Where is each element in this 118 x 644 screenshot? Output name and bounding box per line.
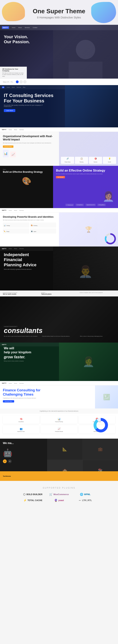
screen5-nav-item1: Home [9,210,12,211]
screen-finance-consulting: NAFTY Home About Services Finance Consul… [0,381,118,438]
screen-kingdom-grow: NAFTY We will help your kingdom grow fas… [0,342,118,381]
screen2-subtext: We provide high-quality consulting servi… [4,104,46,107]
screen-it-consulting: N Home About Services Blog IT Consulting… [0,85,118,128]
screen3-content: Organizational Development with Real-Wor… [0,132,118,166]
steps-label: Steps of R... Pro... [3,81,14,82]
screen4-stats-row: ✔ Advanced Competitive Appointment Kit C… [53,204,118,206]
screen6-right-panel: 👨‍💼 [53,246,118,296]
page-header: One Super Theme 8 Homepages With Distinc… [0,0,118,25]
screen5-service-3: ✏️ Design [3,228,29,234]
screen5-content: Developing Powerful Brands and Identitie… [0,212,118,246]
screen5-chart [105,233,116,244]
plugins-grid: ⬡ BOLD BUILDER 🛒 WooCommerce 🌐 WPML ⚡ TO… [21,493,97,502]
screen5-nav-item3: Services [19,210,24,211]
screen2-nav-items: Home About Services Blog [7,87,25,88]
total-cache-icon: ⚡ [23,499,27,502]
screen3-logo: NAFTY [2,129,6,130]
screen2-nav-item2: About [12,87,15,88]
screen2-nav-item4: Blog [23,87,25,88]
plugin-woocommerce: 🛒 WooCommerce [47,493,71,496]
screen1-nav-item3: Services [25,27,30,28]
plugin-bold-builder-label: BOLD BUILDER [26,493,42,496]
screen4-stat-2: Competitive [76,204,84,206]
screen1-hr-title: HR Solutions for Your Company [2,68,24,72]
screen10-yellow-text: Tachikoma [3,475,11,477]
theme-previews: NAFTY Home About Services Contact Your V… [0,25,118,481]
screen6-bottom-item-2: Small & ... Tailored plans [41,292,77,295]
screen10-yellow-bar: Tachikoma [0,471,118,481]
screen3-nav-item2: About [14,129,17,130]
screen4-illustration: 🎨 [3,176,50,186]
screen6-bottom-item-3: Future is brighter when you're more prep… [80,292,115,295]
screen9-nav-item2: About [14,383,17,384]
screen3-right-panel: 🔗 Project Setup 📋 Planning 🎯 Services 💡 … [59,132,118,166]
screen9-hero-sub: Capitalizing on the real-world experienc… [3,398,92,399]
screen3-icon-grid: 🔗 Project Setup 📋 Planning 🎯 Services 💡 … [61,157,116,164]
screen9-hero-left: Finance Consulting for Challenging Times… [0,386,95,408]
screen3-headline: Organizational Development with Real-Wor… [3,135,56,141]
screen4-right-headline: Build an Effective Online Strategy [56,169,115,172]
plugin-total-cache-label: TOTAL CACHE [28,499,42,502]
screen1-navbar: NAFTY Home About Services Contact [0,25,118,30]
woocommerce-icon: 🛒 [49,493,52,496]
screen4-stat-1: ✔ Advanced [65,204,74,206]
screen8-logo: NAFTY [2,344,6,345]
screen5-services-grid: 📊 Strategy 🎨 Branding ✏️ Design 💻 Digita… [3,222,56,234]
plugins-section: SUPPORTED PLUGINS ⬡ BOLD BUILDER 🛒 WooCo… [0,481,118,506]
plugin-ltr-rtl-label: LTR | RTL [82,499,92,502]
screen9-capitalizing-text: Capitalizing on the real-world experienc… [0,408,118,414]
screen3-icon-box-3: 🎯 Services [89,157,102,164]
plugin-wpml: 🌐 WPML [73,493,97,496]
screen9-feature-5: 📈 Productive Results [41,425,77,434]
screen9-logo: NAFTY [2,382,6,384]
plugin-yoast: 🔮 yoast [47,499,71,502]
screen5-nav-item2: About [14,210,17,211]
screen2-logo: N [2,86,4,88]
screen6-nav-item3: Services [19,248,24,249]
screen9-nav-item1: Home [9,383,12,384]
wpml-icon: 🌐 [80,493,83,496]
screen3-icon-box-2: 📋 Planning [75,157,88,164]
plugin-ltr-rtl: ↔ LTR | RTL [73,499,97,502]
screen3-left-panel: Organizational Development with Real-Wor… [0,132,59,166]
screen9-feature-1: 🧠 Great Minds [3,416,39,424]
yoast-icon: 🔮 [54,499,57,502]
step-dot-1 [16,80,19,84]
screen9-hero-cta[interactable]: Discover More [3,400,14,402]
screen1-logo: NAFTY [2,26,9,29]
screen4-stat-3: Appointment Kit [85,204,96,206]
screen4-cta-button[interactable]: Get Started [56,176,65,178]
screen2-nav-item3: Services [17,87,21,88]
screen-organizational: NAFTY Home About Services Organizational… [0,128,118,166]
screen2-cta-button[interactable]: Learn More [4,109,15,112]
screen-hr-solutions: NAFTY Home About Services Contact Your V… [0,25,118,78]
screen7-desc-1: We are able to give timely financial adv… [4,336,38,337]
screen5-subtext: We help businesses build strong visual i… [3,220,56,220]
steps-ribbon: Steps of R... Pro... [0,78,118,85]
people-overlay [53,30,118,78]
step-dot-2 [19,80,23,84]
plugin-yoast-label: yoast [58,499,64,502]
screen5-service-2: 🎨 Branding [30,222,56,228]
plugin-bold-builder: ⬡ BOLD BUILDER [21,493,45,496]
screen-branding-strategy: Begin... Build an Effective Branding Str… [0,166,118,208]
plugin-woocommerce-label: WooCommerce [53,493,69,496]
screen1-people-image [53,30,118,78]
screen3-cta-button[interactable]: Discover More [3,146,13,148]
screen9-hero-headline: Finance Consulting for Challenging Times [3,388,92,396]
screen-tachikoma: We ma... 🤖 ✦ ✦ 📐 💼 🏫 📚 Tachikoma [0,438,118,481]
screen5-left-panel: Developing Powerful Brands and Identitie… [0,212,59,246]
ltr-rtl-icon: ↔ [79,499,81,502]
screen9-nav-item3: Services [19,383,24,384]
screen6-content: Independent Financial Planning Advice Wo… [4,252,59,270]
screen6-nav-item2: About [14,248,17,249]
screen6-nav-item1: Home [9,248,12,249]
screen10-illustration: 🤖 [3,448,44,458]
screen5-right-panel: 🏆 [59,212,118,246]
screen4-small-text: Begin... [3,169,50,170]
screen7-content: Independent consultants We are able to g… [4,326,114,337]
screen7-desc-3: Who is here to help during challenging t… [80,336,114,337]
screen5-service-1: 📊 Strategy [3,222,29,228]
screen4-left-panel: Begin... Build an Effective Branding Str… [0,166,53,208]
screen-brands: NAFTY Home About Services Developing Pow… [0,208,118,246]
